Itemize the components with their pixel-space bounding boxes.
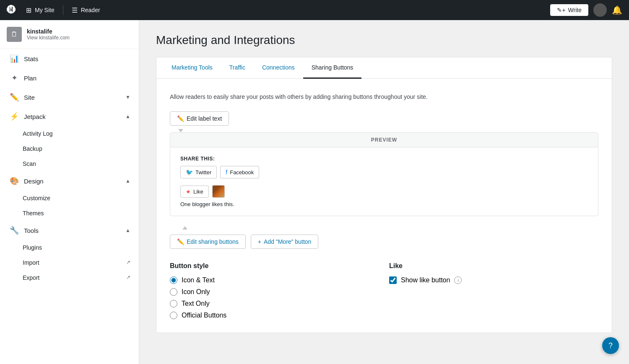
radio-icon-text[interactable]: Icon & Text <box>170 276 379 284</box>
add-more-button[interactable]: + Add "More" button <box>251 235 319 249</box>
sidebar-item-plan[interactable]: ✦ Plan <box>0 68 139 88</box>
facebook-share-button[interactable]: f Facebook <box>220 166 259 178</box>
tab-sharing-buttons[interactable]: Sharing Buttons <box>303 57 362 79</box>
twitter-share-button[interactable]: 🐦 Twitter <box>180 166 217 178</box>
grid-icon: ⊞ <box>26 6 31 14</box>
tools-icon: 🔧 <box>10 226 19 235</box>
button-style-radio-group: Icon & Text Icon Only Text Only Off <box>170 276 379 319</box>
edit-label-text-label: Edit label text <box>187 115 222 122</box>
one-blogger-text: One blogger likes this. <box>180 201 588 207</box>
button-style-section: Button style Icon & Text Icon Only Te <box>170 262 379 319</box>
sidebar-item-customize[interactable]: Customize <box>0 191 139 206</box>
radio-text-only-input[interactable] <box>170 300 177 307</box>
my-site-nav[interactable]: ⊞ My Site <box>21 4 60 17</box>
preview-header: PREVIEW <box>170 133 598 147</box>
show-like-input[interactable] <box>389 276 397 284</box>
tab-marketing-tools[interactable]: Marketing Tools <box>163 57 221 79</box>
preview-section: PREVIEW SHARE THIS: 🐦 Twitter f Facebook <box>170 132 598 216</box>
reader-label: Reader <box>81 7 100 13</box>
sidebar-item-tools[interactable]: 🔧 Tools ▲ <box>0 221 139 240</box>
sidebar-item-import[interactable]: Import ↗ <box>0 255 139 270</box>
main-content: Marketing and Integrations Marketing Too… <box>139 20 629 364</box>
tools-chevron-icon: ▲ <box>125 227 130 233</box>
customize-label: Customize <box>23 195 50 201</box>
user-avatar[interactable] <box>593 3 607 17</box>
tabs: Marketing Tools Traffic Connections Shar… <box>156 57 612 79</box>
sidebar-item-stats[interactable]: 📊 Stats <box>0 49 139 68</box>
jetpack-chevron-icon: ▲ <box>125 114 130 119</box>
radio-official-label: Official Buttons <box>182 312 226 319</box>
write-button[interactable]: ✎+ Write <box>550 4 588 16</box>
sidebar-item-jetpack[interactable]: ⚡ Jetpack ▲ <box>0 107 139 126</box>
radio-icon-text-label: Icon & Text <box>182 276 215 284</box>
import-label: Import <box>23 259 39 266</box>
add-more-plus-icon: + <box>258 238 261 245</box>
radio-text-only[interactable]: Text Only <box>170 300 379 307</box>
reader-icon: ☰ <box>72 6 78 14</box>
sidebar-item-plugins[interactable]: Plugins <box>0 240 139 255</box>
backup-label: Backup <box>23 145 42 152</box>
like-heading: Like <box>389 262 598 270</box>
edit-sharing-pencil-icon: ✏️ <box>177 238 184 245</box>
site-header: 🗒 kinstalife View kinstalife.com <box>0 20 139 49</box>
edit-label-section: ✏️ Edit label text <box>170 111 598 132</box>
sidebar-item-backup[interactable]: Backup <box>0 141 139 156</box>
radio-icon-only-input[interactable] <box>170 288 177 296</box>
edit-label-text-button[interactable]: ✏️ Edit label text <box>170 111 229 126</box>
sidebar-item-export[interactable]: Export ↗ <box>0 270 139 285</box>
activity-log-label: Activity Log <box>23 130 53 137</box>
tab-traffic[interactable]: Traffic <box>221 57 254 79</box>
main-layout: 🗒 kinstalife View kinstalife.com 📊 Stats… <box>0 20 629 364</box>
my-site-label: My Site <box>35 7 55 13</box>
edit-sharing-buttons-button[interactable]: ✏️ Edit sharing buttons <box>170 235 246 249</box>
radio-icon-only[interactable]: Icon Only <box>170 288 379 296</box>
description-text: Allow readers to easily share your posts… <box>170 92 598 101</box>
plan-icon: ✦ <box>10 73 19 83</box>
options-grid: Button style Icon & Text Icon Only Te <box>170 262 598 319</box>
jetpack-label: Jetpack <box>24 113 120 120</box>
radio-icon-only-label: Icon Only <box>182 288 210 296</box>
radio-official-input[interactable] <box>170 312 177 319</box>
site-info: kinstalife View kinstalife.com <box>27 28 70 41</box>
share-this-label: SHARE THIS: <box>180 156 588 162</box>
sidebar-item-design[interactable]: 🎨 Design ▲ <box>0 171 139 191</box>
write-plus-icon: ✎+ <box>557 7 565 13</box>
design-chevron-icon: ▲ <box>125 178 130 184</box>
like-label: Like <box>193 188 203 195</box>
notifications-bell-icon[interactable]: 🔔 <box>612 5 622 15</box>
sidebar-item-scan[interactable]: Scan <box>0 156 139 171</box>
like-row: ★ Like <box>180 185 588 198</box>
reader-nav[interactable]: ☰ Reader <box>67 4 105 17</box>
like-button[interactable]: ★ Like <box>180 186 209 198</box>
radio-official-buttons[interactable]: Official Buttons <box>170 312 379 319</box>
sidebar-item-themes[interactable]: Themes <box>0 206 139 221</box>
nav-separator <box>63 5 63 15</box>
tooltip-arrow-up-icon <box>182 226 187 230</box>
tooltip-arrow-down-icon <box>178 129 183 132</box>
add-more-label: Add "More" button <box>264 238 311 245</box>
export-external-icon: ↗ <box>126 274 130 281</box>
info-icon[interactable]: i <box>454 276 462 284</box>
wordpress-logo-icon[interactable]: 🅦 <box>7 5 16 15</box>
help-button[interactable]: ? <box>602 337 619 354</box>
edit-sharing-section: ✏️ Edit sharing buttons + Add "More" but… <box>170 226 598 249</box>
action-buttons-row: ✏️ Edit sharing buttons + Add "More" but… <box>170 235 318 249</box>
radio-icon-text-input[interactable] <box>170 276 177 284</box>
site-chevron-icon: ▼ <box>125 94 130 100</box>
like-section: Like Show like button i <box>389 262 598 319</box>
tab-connections[interactable]: Connections <box>254 57 303 79</box>
sidebar-item-activity-log[interactable]: Activity Log <box>0 126 139 141</box>
sidebar: 🗒 kinstalife View kinstalife.com 📊 Stats… <box>0 20 139 364</box>
button-style-heading: Button style <box>170 262 379 270</box>
site-label: Site <box>24 94 120 101</box>
sharing-buttons-panel: Allow readers to easily share your posts… <box>156 79 612 333</box>
twitter-label: Twitter <box>195 169 211 176</box>
twitter-bird-icon: 🐦 <box>186 169 193 176</box>
sidebar-item-site[interactable]: ✏️ Site ▼ <box>0 88 139 107</box>
design-label: Design <box>24 178 120 185</box>
show-like-button-checkbox[interactable]: Show like button i <box>389 276 598 284</box>
jetpack-icon: ⚡ <box>10 112 19 121</box>
question-mark-icon: ? <box>608 341 613 350</box>
tools-label: Tools <box>24 227 120 234</box>
edit-sharing-label: Edit sharing buttons <box>187 238 239 245</box>
